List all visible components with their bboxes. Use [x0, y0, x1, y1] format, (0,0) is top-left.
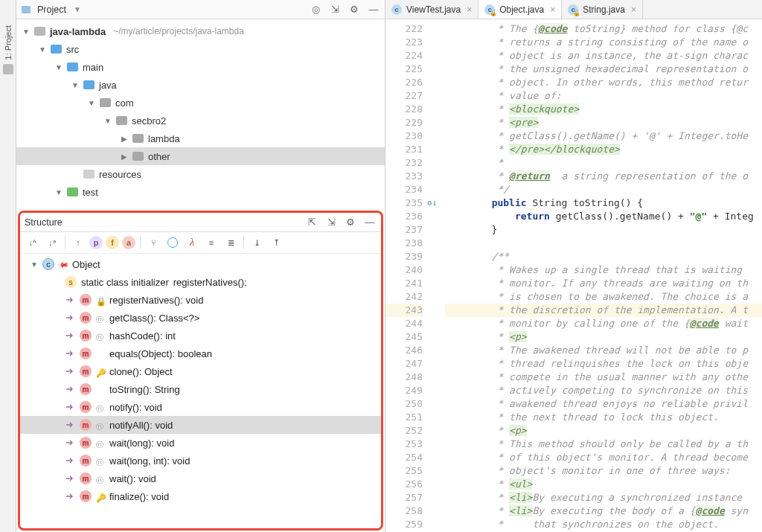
- chevron-down-icon[interactable]: ▼: [55, 63, 63, 71]
- editor-tab[interactable]: c🔒String.java×: [562, 0, 643, 19]
- code-line[interactable]: * thread relinquishes the lock on this o…: [445, 357, 762, 371]
- code-line[interactable]: * object. In other words, this method re…: [445, 76, 762, 89]
- show-lambda-icon[interactable]: λ: [184, 235, 200, 250]
- code-line[interactable]: * @return a string representation of the…: [445, 170, 762, 183]
- gutter-line[interactable]: 234: [385, 183, 423, 196]
- tree-node[interactable]: ▼main: [16, 58, 385, 76]
- code-line[interactable]: return getClass().getName() + "@" + Inte…: [445, 210, 762, 223]
- gutter-line[interactable]: 258: [385, 504, 423, 518]
- chevron-right-icon[interactable]: ▶: [121, 135, 128, 143]
- gutter-line[interactable]: 252: [385, 424, 423, 438]
- structure-method[interactable]: mⓝwait(long): void: [20, 434, 381, 452]
- tree-node[interactable]: ▼test: [16, 183, 385, 201]
- gutter-line[interactable]: 238: [385, 237, 423, 250]
- chevron-down-icon[interactable]: ▼: [22, 28, 30, 36]
- close-tab-icon[interactable]: ×: [631, 4, 636, 15]
- gutter-line[interactable]: 244: [385, 317, 423, 330]
- gutter-line[interactable]: 240: [385, 263, 423, 277]
- rail-structure-icon[interactable]: [3, 64, 13, 74]
- gutter-line[interactable]: 256: [385, 478, 423, 491]
- collapse-nodes-icon[interactable]: ≣: [222, 235, 239, 250]
- show-impl-icon[interactable]: [164, 235, 181, 250]
- gutter-line[interactable]: 226: [385, 76, 423, 89]
- show-fields-icon[interactable]: f: [106, 236, 119, 249]
- rail-project-label[interactable]: 1: Project: [4, 25, 13, 60]
- tree-node[interactable]: ▼java: [16, 76, 385, 94]
- structure-method[interactable]: mⓝwait(long, int): void: [20, 452, 381, 469]
- sort-alpha-icon[interactable]: ↓ᴬ: [25, 235, 41, 250]
- code-line[interactable]: * <li>By executing the body of a {@code …: [445, 504, 762, 518]
- gutter-line[interactable]: 241: [385, 277, 423, 290]
- structure-tree[interactable]: ▼c📌Objectsstatic class initializer regis…: [20, 254, 381, 528]
- structure-expand-icon[interactable]: ⇱: [305, 216, 318, 229]
- code-line[interactable]: * compete in the usual manner with any o…: [445, 371, 762, 384]
- gutter-line[interactable]: 247: [385, 357, 423, 371]
- overridden-marker-icon[interactable]: o↓: [427, 196, 437, 210]
- code-line[interactable]: */: [445, 183, 762, 196]
- expand-all-icon[interactable]: ⇲: [328, 3, 342, 16]
- gutter-line[interactable]: 228: [385, 103, 423, 116]
- tree-node[interactable]: ▼src: [16, 40, 385, 58]
- code-line[interactable]: [445, 237, 762, 250]
- gutter-line[interactable]: 223: [385, 36, 423, 49]
- code-line[interactable]: * <pre>: [445, 116, 762, 129]
- gutter-line[interactable]: 224: [385, 49, 423, 63]
- project-tree[interactable]: ▼java-lambda~/my/article/projects/java-l…: [16, 19, 385, 211]
- chevron-down-icon[interactable]: ▼: [31, 260, 38, 269]
- structure-method[interactable]: mⓝnotifyAll(): void: [20, 416, 381, 434]
- gutter-line[interactable]: 229: [385, 116, 423, 129]
- code-line[interactable]: }: [445, 223, 762, 237]
- code-line[interactable]: * object's monitor in one of three ways:: [445, 464, 762, 478]
- autoscroll-from-icon[interactable]: ⤒: [268, 235, 284, 250]
- code-line[interactable]: * returns a string consisting of the nam…: [445, 36, 762, 49]
- code-line[interactable]: * Wakes up a single thread that is waiti…: [445, 263, 762, 277]
- sort-visibility-icon[interactable]: ↓ᵃ: [44, 235, 60, 250]
- chevron-down-icon[interactable]: ▼: [104, 117, 112, 125]
- code-line[interactable]: * the discretion of the implementation. …: [445, 304, 762, 317]
- close-tab-icon[interactable]: ×: [467, 4, 472, 15]
- chevron-down-icon[interactable]: ▼: [71, 81, 79, 89]
- code-line[interactable]: * monitor by calling one of the {@code w…: [445, 317, 762, 330]
- code-line[interactable]: * monitor. If any threads are waiting on…: [445, 277, 762, 290]
- gutter-line[interactable]: 248: [385, 371, 423, 384]
- gutter-line[interactable]: 249: [385, 384, 423, 397]
- gutter-line[interactable]: 237: [385, 223, 423, 237]
- gutter-line[interactable]: 236: [385, 210, 423, 223]
- gutter-line[interactable]: 235o↓: [385, 196, 423, 210]
- code-line[interactable]: * getClass().getName() + '@' + Integer.t…: [445, 129, 762, 143]
- code-line[interactable]: * The {@code toString} method for class …: [445, 22, 762, 36]
- hide-panel-icon[interactable]: —: [367, 3, 380, 16]
- code-line[interactable]: * <p>: [445, 330, 762, 344]
- chevron-down-icon[interactable]: ▼: [88, 99, 95, 107]
- gutter-line[interactable]: 259: [385, 518, 423, 531]
- editor-tab[interactable]: cViewTest.java×: [385, 0, 478, 19]
- structure-method[interactable]: mequals(Object): boolean: [20, 344, 381, 362]
- code-line[interactable]: * value of:: [445, 89, 762, 103]
- close-tab-icon[interactable]: ×: [550, 4, 555, 15]
- code-line[interactable]: * </pre></blockquote>: [445, 143, 762, 156]
- structure-hide-icon[interactable]: —: [363, 216, 377, 229]
- expand-nodes-icon[interactable]: ≡: [203, 235, 220, 250]
- code-line[interactable]: * object is an instance, the at-sign cha…: [445, 49, 762, 63]
- structure-method[interactable]: m🔑finalize(): void: [20, 487, 381, 505]
- code-line[interactable]: * This method should only be called by a…: [445, 438, 762, 451]
- code-line[interactable]: * The awakened thread will not be able t…: [445, 344, 762, 357]
- code-line[interactable]: * <blockquote>: [445, 103, 762, 116]
- code-line[interactable]: /**: [445, 250, 762, 263]
- structure-method[interactable]: mⓝwait(): void: [20, 469, 381, 487]
- structure-method[interactable]: mⓝhashCode(): int: [20, 327, 381, 344]
- code-line[interactable]: * the unsigned hexadecimal representatio…: [445, 63, 762, 76]
- gutter-line[interactable]: 243: [385, 304, 423, 317]
- tree-node[interactable]: ▼java-lambda~/my/article/projects/java-l…: [16, 22, 385, 40]
- gutter[interactable]: 2222232242252262272282292302312322332342…: [385, 19, 445, 532]
- code-line[interactable]: *: [445, 156, 762, 170]
- structure-method[interactable]: mⓝnotify(): void: [20, 398, 381, 416]
- gutter-line[interactable]: 257: [385, 491, 423, 504]
- show-inherited-icon[interactable]: ↑: [70, 235, 86, 250]
- code-line[interactable]: public String toString() {: [445, 196, 762, 210]
- tree-node[interactable]: ▼com: [16, 94, 385, 112]
- gutter-line[interactable]: 230: [385, 129, 423, 143]
- tree-node[interactable]: ▼secbro2: [16, 112, 385, 129]
- gutter-line[interactable]: 222: [385, 22, 423, 36]
- structure-initializer[interactable]: sstatic class initializer registerNative…: [20, 273, 381, 291]
